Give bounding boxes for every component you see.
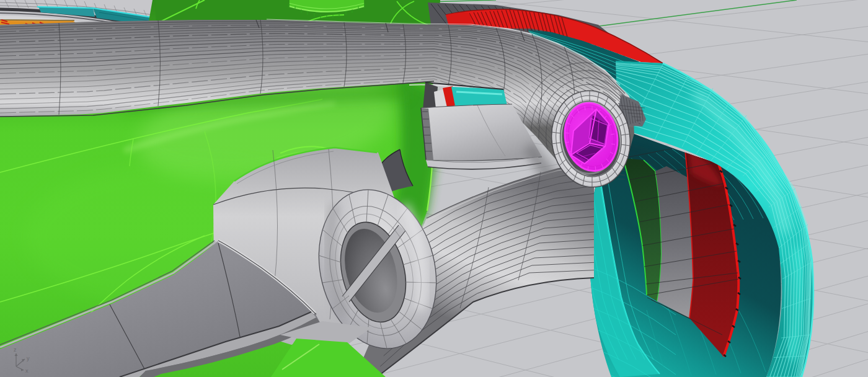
svg-text:x: x	[25, 368, 29, 374]
svg-text:y: y	[27, 355, 30, 361]
svg-text:z: z	[14, 347, 17, 353]
